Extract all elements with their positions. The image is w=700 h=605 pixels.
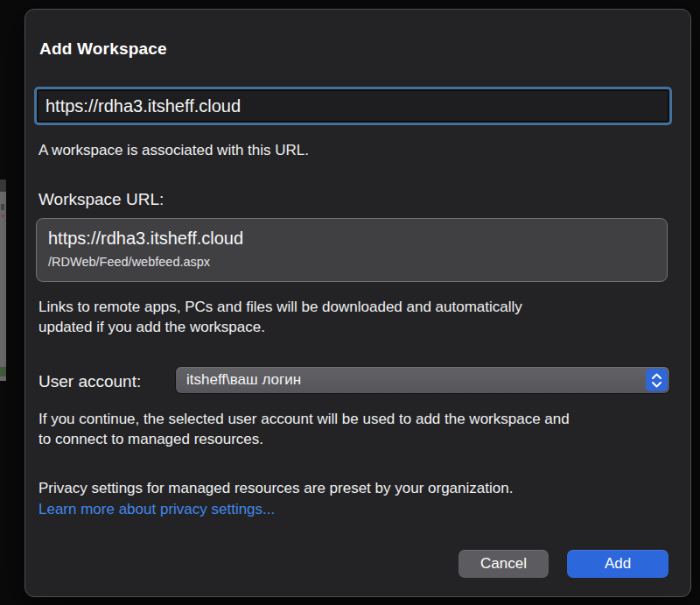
background-window-detail — [2, 215, 4, 218]
account-usage-note: If you continue, the selected user accou… — [38, 409, 570, 449]
workspace-url-host: https://rdha3.itsheff.cloud — [48, 229, 243, 249]
links-download-note-line2: updated if you add the workspace. — [38, 317, 522, 337]
user-account-selected-value: itsheff\ваш логин — [186, 371, 301, 389]
account-usage-note-line2: to connect to managed resources. — [38, 429, 570, 449]
screen: Add Workspace A workspace is associated … — [0, 0, 700, 605]
chevron-up-icon — [651, 373, 662, 379]
chevron-down-icon — [651, 382, 662, 388]
add-workspace-dialog: Add Workspace A workspace is associated … — [24, 9, 691, 597]
workspace-url-label: Workspace URL: — [38, 190, 164, 209]
user-account-label: User account: — [38, 372, 141, 391]
cancel-button[interactable]: Cancel — [458, 550, 549, 578]
dialog-title: Add Workspace — [39, 39, 167, 59]
workspace-url-input-focus-ring — [34, 87, 672, 125]
privacy-settings-note: Privacy settings for managed resources a… — [38, 480, 513, 497]
background-window-sliver — [0, 179, 6, 381]
user-account-select[interactable]: itsheff\ваш логин — [176, 367, 669, 393]
workspace-url-input[interactable] — [38, 90, 668, 122]
url-association-hint: A workspace is associated with this URL. — [38, 142, 309, 159]
background-window-detail — [0, 367, 6, 376]
workspace-url-path: /RDWeb/Feed/webfeed.aspx — [48, 255, 210, 269]
workspace-url-summary-box: https://rdha3.itsheff.cloud /RDWeb/Feed/… — [36, 218, 668, 282]
links-download-note-line1: Links to remote apps, PCs and files will… — [38, 297, 522, 317]
links-download-note: Links to remote apps, PCs and files will… — [38, 297, 522, 337]
background-window-detail — [1, 204, 4, 210]
account-usage-note-line1: If you continue, the selected user accou… — [38, 409, 570, 429]
background-window-header — [0, 179, 6, 192]
privacy-settings-link[interactable]: Learn more about privacy settings... — [38, 501, 275, 518]
add-button[interactable]: Add — [567, 550, 668, 578]
select-stepper[interactable] — [646, 369, 668, 391]
